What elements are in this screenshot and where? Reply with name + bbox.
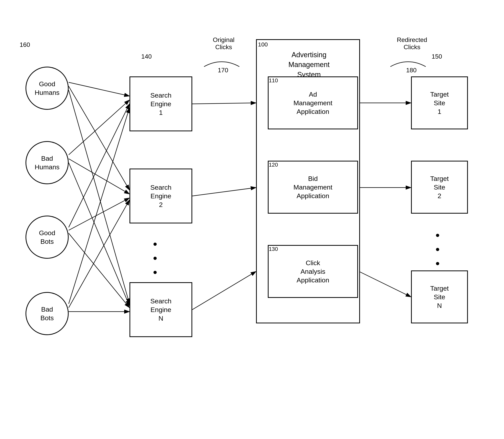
target-site-n: TargetSiteN xyxy=(411,270,468,323)
app-120: BidManagementApplication xyxy=(268,161,358,214)
se-dots: ••• xyxy=(153,237,157,280)
bad-bots-label: BadBots xyxy=(40,305,54,322)
label-180: 180 xyxy=(406,67,416,74)
svg-line-4 xyxy=(69,100,129,155)
diagram: 160 GoodHumans BadHumans GoodBots BadBot… xyxy=(0,0,504,439)
app110-label: AdManagementApplication xyxy=(294,90,332,116)
search-engine-1: SearchEngine1 xyxy=(129,76,192,131)
bad-humans-label: BadHumans xyxy=(35,154,60,171)
circle-bad-humans: BadHumans xyxy=(26,141,69,184)
seN-label: SearchEngineN xyxy=(150,297,171,323)
label-100: 100 xyxy=(258,41,268,48)
svg-line-11 xyxy=(69,200,129,308)
app130-label: ClickAnalysisApplication xyxy=(297,258,329,285)
ts2-label: TargetSite2 xyxy=(430,174,449,200)
original-clicks-text: OriginalClicks xyxy=(213,36,234,50)
svg-line-1 xyxy=(69,82,129,96)
label-140: 140 xyxy=(141,53,152,60)
svg-line-18 xyxy=(359,271,411,297)
svg-line-14 xyxy=(192,188,256,196)
label-120: 120 xyxy=(269,162,278,168)
app120-label: BidManagementApplication xyxy=(294,174,332,200)
svg-line-7 xyxy=(69,104,129,227)
svg-line-8 xyxy=(69,198,129,230)
label-160: 160 xyxy=(20,41,30,49)
circle-good-humans: GoodHumans xyxy=(26,67,69,110)
label-150: 150 xyxy=(432,53,442,60)
ts1-label: TargetSite1 xyxy=(430,90,449,116)
tsN-label: TargetSiteN xyxy=(430,284,449,310)
app-130: ClickAnalysisApplication xyxy=(268,245,358,298)
circle-good-bots: GoodBots xyxy=(26,216,69,259)
diagram-svg xyxy=(0,0,504,439)
good-humans-label: GoodHumans xyxy=(35,80,60,97)
svg-line-3 xyxy=(69,90,129,304)
target-site-1: TargetSite1 xyxy=(411,76,468,129)
redirected-clicks-text: RedirectedClicks xyxy=(397,36,427,50)
svg-line-10 xyxy=(69,108,129,304)
svg-line-5 xyxy=(69,159,129,194)
label-130: 130 xyxy=(269,246,278,252)
label-110: 110 xyxy=(269,77,278,84)
search-engine-2: SearchEngine2 xyxy=(129,169,192,223)
ads-system-title: AdvertisingManagementSystem xyxy=(271,50,347,80)
svg-line-2 xyxy=(69,86,129,190)
svg-line-13 xyxy=(192,103,256,104)
se1-label: SearchEngine1 xyxy=(150,91,171,117)
svg-line-15 xyxy=(192,271,256,310)
circle-bad-bots: BadBots xyxy=(26,292,69,335)
app-110: AdManagementApplication xyxy=(268,76,358,129)
se2-label: SearchEngine2 xyxy=(150,183,171,209)
original-clicks-label: OriginalClicks xyxy=(196,36,251,51)
svg-line-9 xyxy=(69,233,129,308)
search-engine-n: SearchEngineN xyxy=(129,282,192,337)
svg-line-6 xyxy=(69,163,129,306)
ts-dots: ••• xyxy=(436,228,440,271)
good-bots-label: GoodBots xyxy=(39,229,55,246)
label-170: 170 xyxy=(218,67,228,74)
target-site-2: TargetSite2 xyxy=(411,161,468,214)
redirected-clicks-label: RedirectedClicks xyxy=(383,36,441,51)
